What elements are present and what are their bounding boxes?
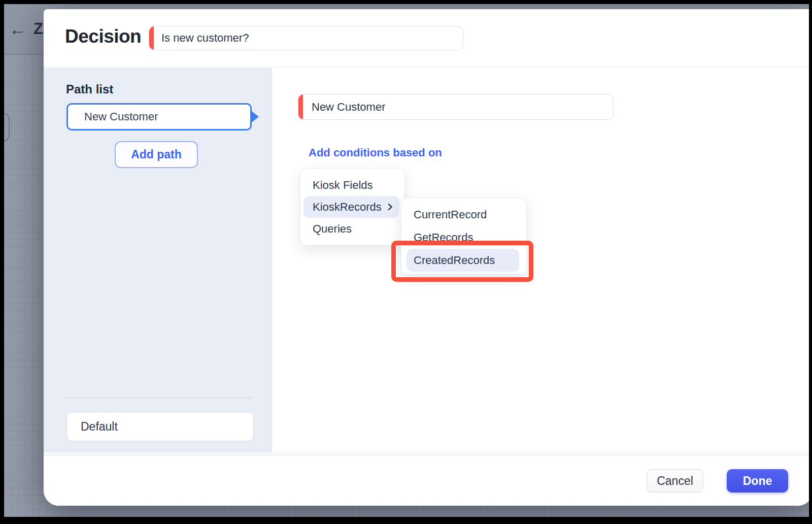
path-name-input[interactable]: New Customer xyxy=(298,94,614,120)
chevron-right-icon xyxy=(386,203,394,211)
path-list-panel: Path list New Customer Add path Default xyxy=(44,68,272,452)
decision-name-value: Is new customer? xyxy=(149,31,249,45)
workflow-node-partial xyxy=(4,113,10,142)
add-conditions-link[interactable]: Add conditions based on xyxy=(309,146,442,159)
menu-item-kioskrecords[interactable]: KioskRecords xyxy=(303,196,399,218)
decision-name-input[interactable]: Is new customer? xyxy=(149,26,463,50)
modal-footer: Cancel Done xyxy=(44,455,809,506)
path-item-new-customer[interactable]: New Customer xyxy=(66,103,252,130)
menu-item-queries[interactable]: Queries xyxy=(300,218,404,240)
required-accent-bar xyxy=(298,94,303,119)
modal-header: Decision Is new customer? xyxy=(44,9,809,68)
page-title: Decision xyxy=(65,26,141,47)
triangle-right-icon xyxy=(252,111,259,122)
cancel-button[interactable]: Cancel xyxy=(647,469,703,493)
submenu-item-createdrecords[interactable]: CreatedRecords xyxy=(407,249,519,272)
back-arrow-icon[interactable]: ← xyxy=(9,20,26,38)
submenu-item-currentrecord[interactable]: CurrentRecord xyxy=(401,203,526,226)
path-item-label: New Customer xyxy=(84,110,158,123)
path-name-value: New Customer xyxy=(298,101,385,114)
decision-modal: Decision Is new customer? Path list New … xyxy=(44,9,809,506)
required-accent-bar xyxy=(149,26,154,50)
records-submenu: CurrentRecord GetRecords CreatedRecords xyxy=(401,198,527,275)
add-path-button[interactable]: Add path xyxy=(115,141,198,168)
path-list-heading: Path list xyxy=(66,82,113,96)
conditions-menu: Kiosk Fields KioskRecords Queries xyxy=(300,168,405,246)
menu-item-kiosk-fields[interactable]: Kiosk Fields xyxy=(300,174,404,196)
screen: ← Zy Decision Is new customer? Path list… xyxy=(4,4,809,517)
submenu-item-getrecords[interactable]: GetRecords xyxy=(401,226,526,249)
done-button[interactable]: Done xyxy=(727,469,788,493)
default-path-item[interactable]: Default xyxy=(66,412,254,441)
panel-divider xyxy=(66,398,252,398)
